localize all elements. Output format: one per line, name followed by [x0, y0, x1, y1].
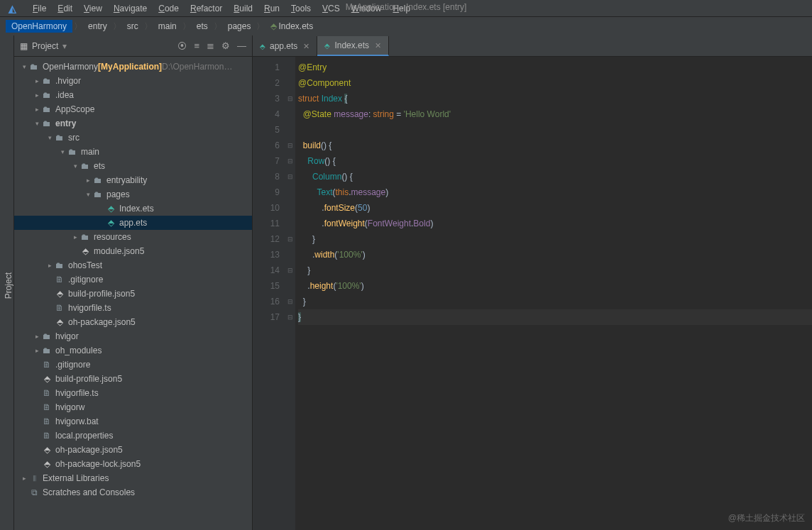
fold-marker[interactable] — [287, 60, 295, 75]
fold-marker[interactable] — [287, 200, 295, 216]
tree-row[interactable]: 🗎hvigorfile.ts — [14, 386, 252, 400]
menu-file[interactable]: File — [27, 2, 52, 15]
tree-arrow-icon[interactable]: ▸ — [33, 92, 41, 99]
code-line[interactable]: @Component — [298, 75, 812, 91]
tree-row[interactable]: ▸⫴External Libraries — [14, 471, 252, 485]
code-line[interactable]: build() { — [298, 138, 812, 153]
tree-row[interactable]: ▸🖿hvigor — [14, 329, 252, 343]
tree-arrow-icon[interactable]: ▸ — [33, 77, 41, 84]
menu-run[interactable]: Run — [258, 2, 285, 15]
code-line[interactable]: .fontSize(50) — [298, 200, 812, 216]
tree-row[interactable]: ⬘app.ets — [14, 216, 252, 230]
menu-code[interactable]: Code — [153, 2, 185, 15]
fold-marker[interactable]: ⊟ — [287, 153, 295, 169]
fold-marker[interactable]: ⊟ — [287, 309, 295, 325]
fold-marker[interactable] — [287, 278, 295, 294]
code-line[interactable] — [298, 122, 812, 138]
fold-marker[interactable] — [287, 75, 295, 91]
tree-row[interactable]: ⧉Scratches and Consoles — [14, 485, 252, 499]
menu-build[interactable]: Build — [228, 2, 258, 15]
target-icon[interactable]: ⦿ — [177, 40, 187, 51]
code-line[interactable]: Column() { — [298, 169, 812, 184]
tree-row[interactable]: ⬘build-profile.json5 — [14, 372, 252, 386]
code-line[interactable]: Row() { — [298, 153, 812, 169]
code-line[interactable]: struct Index { — [298, 91, 812, 106]
tree-row[interactable]: ▸🖿resources — [14, 230, 252, 244]
code-line[interactable]: .height('100%') — [298, 278, 812, 294]
tree-arrow-icon[interactable]: ▸ — [20, 475, 28, 482]
tree-arrow-icon[interactable]: ▾ — [33, 120, 41, 127]
tree-row[interactable]: ▾🖿main — [14, 145, 252, 159]
tree-arrow-icon[interactable]: ▸ — [84, 177, 92, 184]
menu-edit[interactable]: Edit — [52, 2, 78, 15]
tree-arrow-icon[interactable]: ▾ — [58, 148, 67, 155]
code-line[interactable]: } — [298, 309, 812, 325]
fold-marker[interactable] — [287, 216, 295, 231]
code-line[interactable]: } — [298, 231, 812, 247]
breadcrumb-item[interactable]: pages — [224, 20, 256, 33]
code-line[interactable]: Text(this.message) — [298, 184, 812, 200]
menu-view[interactable]: View — [78, 2, 108, 15]
tree-row[interactable]: ⬘oh-package.json5 — [14, 443, 252, 457]
tree-arrow-icon[interactable]: ▾ — [84, 191, 92, 198]
fold-marker[interactable]: ⊟ — [287, 169, 295, 184]
fold-gutter[interactable]: ⊟⊟⊟⊟⊟⊟⊟⊟ — [287, 57, 295, 530]
tree-row[interactable]: 🗎hvigorw — [14, 400, 252, 414]
code-line[interactable]: } — [298, 294, 812, 309]
editor[interactable]: 1234567891011121314151617 ⊟⊟⊟⊟⊟⊟⊟⊟ @Entr… — [253, 57, 812, 530]
tree-row[interactable]: ⬘oh-package-lock.json5 — [14, 457, 252, 471]
breadcrumb-item[interactable]: OpenHarmony — [6, 20, 72, 33]
tree-row[interactable]: ▾🖿src — [14, 131, 252, 145]
tree-row[interactable]: ⬘build-profile.json5 — [14, 287, 252, 301]
tree-row[interactable]: 🗎.gitignore — [14, 272, 252, 287]
sort-alpha-icon[interactable]: ≣ — [207, 40, 214, 51]
tree-row[interactable]: ▸🖿ohosTest — [14, 258, 252, 272]
project-tool-button[interactable]: Project — [4, 272, 13, 299]
breadcrumb-item[interactable]: ⬘Index.ets — [266, 20, 317, 33]
fold-marker[interactable] — [287, 106, 295, 122]
tree-row[interactable]: ▸🖿.hvigor — [14, 74, 252, 88]
code-line[interactable]: .width('100%') — [298, 247, 812, 263]
tree-arrow-icon[interactable]: ▸ — [33, 347, 41, 354]
dropdown-icon[interactable]: ▾ — [62, 41, 67, 51]
fold-marker[interactable] — [287, 122, 295, 138]
menu-refactor[interactable]: Refactor — [185, 2, 228, 15]
tree-arrow-icon[interactable]: ▾ — [20, 63, 28, 70]
tree-row[interactable]: ▸🖿oh_modules — [14, 343, 252, 358]
tree-row[interactable]: ▸🖿entryability — [14, 173, 252, 187]
tree-row[interactable]: ▾🖿OpenHarmony [MyApplication] D:\OpenHar… — [14, 60, 252, 74]
tree-row[interactable]: 🗎.gitignore — [14, 358, 252, 372]
fold-marker[interactable]: ⊟ — [287, 231, 295, 247]
tree-arrow-icon[interactable]: ▸ — [71, 233, 79, 241]
tree-row[interactable]: ▾🖿pages — [14, 187, 252, 201]
menu-tools[interactable]: Tools — [285, 2, 317, 15]
code-line[interactable]: .fontWeight(FontWeight.Bold) — [298, 216, 812, 231]
code-area[interactable]: @Entry@Componentstruct Index { @State me… — [295, 57, 812, 530]
code-line[interactable]: } — [298, 263, 812, 278]
tree-arrow-icon[interactable]: ▸ — [45, 262, 54, 269]
tree-row[interactable]: ⬘module.json5 — [14, 244, 252, 258]
tree-row[interactable]: 🗎hvigorw.bat — [14, 414, 252, 429]
minimize-icon[interactable]: — — [237, 40, 246, 51]
close-icon[interactable]: ✕ — [375, 41, 381, 50]
project-tree[interactable]: ▾🖿OpenHarmony [MyApplication] D:\OpenHar… — [14, 57, 252, 530]
tree-arrow-icon[interactable]: ▾ — [45, 134, 54, 141]
gear-icon[interactable]: ⚙ — [221, 40, 230, 51]
tree-row[interactable]: 🗎hvigorfile.ts — [14, 301, 252, 315]
breadcrumb-item[interactable]: entry — [84, 20, 111, 33]
close-icon[interactable]: ✕ — [303, 42, 309, 51]
code-line[interactable]: @Entry — [298, 60, 812, 75]
tool-window-stripe[interactable]: Project — [0, 35, 14, 530]
fold-marker[interactable]: ⊟ — [287, 91, 295, 106]
tree-arrow-icon[interactable]: ▸ — [33, 106, 41, 113]
tree-row[interactable]: 🗎local.properties — [14, 429, 252, 443]
editor-tab[interactable]: ⬘Index.ets✕ — [317, 36, 389, 56]
breadcrumb-item[interactable]: src — [123, 20, 143, 33]
tree-row[interactable]: ⬘oh-package.json5 — [14, 315, 252, 329]
breadcrumb-item[interactable]: ets — [192, 20, 212, 33]
menu-navigate[interactable]: Navigate — [108, 2, 153, 15]
fold-marker[interactable] — [287, 184, 295, 200]
tree-arrow-icon[interactable]: ▸ — [33, 333, 41, 340]
tree-row[interactable]: ▸🖿AppScope — [14, 102, 252, 116]
code-line[interactable]: @State message: string = 'Hello World' — [298, 106, 812, 122]
